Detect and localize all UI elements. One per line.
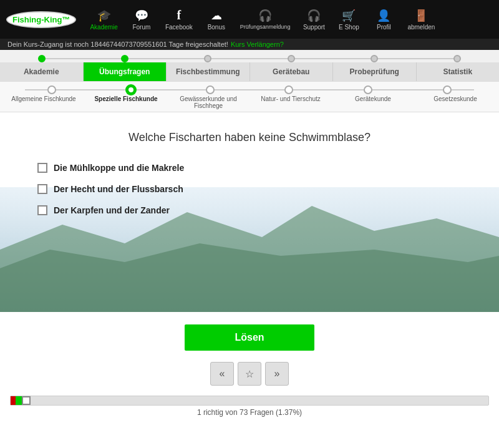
profil-icon: 👤 — [377, 9, 390, 22]
nav-item-facebook[interactable]: f Facebook — [160, 6, 198, 33]
navbar: Fishing-King™ 🎓 Akademie 💬 Forum f Faceb… — [0, 0, 499, 39]
progress-marker — [22, 396, 31, 405]
progress-bar — [10, 396, 489, 406]
nav-item-forum[interactable]: 💬 Forum — [125, 6, 158, 33]
answer-checkbox-3[interactable] — [37, 205, 47, 215]
tab-uebungsfragen[interactable]: Übungsfragen — [84, 62, 167, 81]
info-link[interactable]: Kurs Verlängern? — [231, 41, 284, 48]
progress-container: 1 richtig von 73 Fragen (1.37%) — [0, 391, 499, 422]
nav-item-support[interactable]: 🎧 Support — [298, 6, 330, 33]
progress-bar-red — [11, 396, 16, 405]
nav-item-pruefung[interactable]: 🎧 Prüfungsanmeldung — [235, 6, 296, 32]
forum-icon: 💬 — [135, 9, 148, 22]
abmelden-icon: 🚪 — [414, 9, 428, 22]
answer-label-3: Der Karpfen und der Zander — [54, 205, 170, 215]
prev-prev-button[interactable]: « — [210, 362, 234, 386]
step-dot-3 — [204, 55, 211, 62]
subtab-label-2[interactable]: Spezielle Fischkunde — [85, 95, 167, 102]
bookmark-icon: ☆ — [245, 368, 254, 380]
subtab-dots — [0, 85, 499, 94]
info-bar: Dein Kurs-Zugang ist noch 18446744073709… — [0, 39, 499, 50]
subtab-dots-line — [25, 89, 474, 90]
subtab-dot-3[interactable] — [206, 85, 215, 94]
svg-marker-2 — [0, 243, 499, 312]
step-dots-line — [40, 58, 459, 59]
tab-geraetebau[interactable]: Gerätebau — [250, 62, 334, 81]
answer-option-2[interactable]: Der Hecht und der Flussbarsch — [37, 184, 462, 194]
bonus-icon: ☁ — [211, 9, 222, 22]
losen-container: Lösen — [0, 312, 499, 357]
step-dot-2 — [121, 55, 128, 62]
nav-item-profil[interactable]: 👤 Profil — [367, 6, 400, 33]
question-area: Welche Fischarten haben keine Schwimmbla… — [0, 112, 499, 312]
question-text: Welche Fischarten haben keine Schwimmbla… — [37, 131, 462, 144]
subtab-label-5[interactable]: Gerätekunde — [332, 95, 414, 102]
step-dots — [0, 50, 499, 62]
next-next-icon: » — [274, 368, 280, 379]
tab-bar: Akademie Übungsfragen Fischbestimmung Ge… — [0, 62, 499, 82]
svg-marker-1 — [0, 206, 499, 312]
logo-text: Fishing-King™ — [12, 15, 70, 24]
nav-item-shop[interactable]: 🛒 E Shop — [332, 6, 365, 33]
tab-fischbestimmung[interactable]: Fischbestimmung — [167, 62, 250, 81]
losen-button[interactable]: Lösen — [185, 324, 314, 351]
subtab-dot-2[interactable] — [127, 85, 135, 94]
support-icon: 🎧 — [307, 9, 321, 22]
step-dot-1 — [38, 55, 46, 62]
progress-bar-green — [16, 396, 22, 405]
tab-statistik[interactable]: Statistik — [417, 62, 500, 81]
answer-label-1: Die Mühlkoppe und die Makrele — [54, 163, 184, 173]
subtab-label-4[interactable]: Natur- und Tierschutz — [250, 95, 332, 102]
subtab-label-6[interactable]: Gesetzeskunde — [414, 95, 497, 102]
subtab-dot-1[interactable] — [47, 85, 56, 94]
nav-arrows: « ☆ » — [0, 357, 499, 391]
bookmark-button[interactable]: ☆ — [238, 362, 261, 386]
answer-checkbox-2[interactable] — [37, 184, 47, 194]
subtab-dot-6[interactable] — [443, 85, 452, 94]
next-next-button[interactable]: » — [265, 362, 289, 386]
answer-checkbox-1[interactable] — [37, 163, 47, 173]
logo[interactable]: Fishing-King™ — [6, 11, 76, 28]
step-dot-5 — [371, 55, 378, 62]
nav-item-bonus[interactable]: ☁ Bonus — [200, 6, 233, 33]
tab-probepr[interactable]: Probeprüfung — [333, 62, 417, 81]
info-text: Dein Kurs-Zugang ist noch 18446744073709… — [7, 41, 228, 48]
answer-option-1[interactable]: Die Mühlkoppe und die Makrele — [37, 163, 462, 173]
answer-label-2: Der Hecht und der Flussbarsch — [54, 184, 183, 194]
pruefung-icon: 🎧 — [258, 9, 272, 22]
step-dot-4 — [288, 55, 295, 62]
akademie-icon: 🎓 — [97, 9, 111, 22]
subtab-dot-5[interactable] — [364, 85, 372, 94]
subtab-label-1[interactable]: Allgemeine Fischkunde — [2, 95, 85, 102]
subtab-label-3[interactable]: Gewässerkunde und Fischhege — [167, 95, 250, 109]
prev-prev-icon: « — [220, 368, 225, 379]
answer-option-3[interactable]: Der Karpfen und der Zander — [37, 205, 462, 215]
subtab-labels: Allgemeine Fischkunde Spezielle Fischkun… — [0, 95, 499, 109]
subtab-dot-4[interactable] — [284, 85, 293, 94]
nav-item-abmelden[interactable]: 🚪 abmelden — [402, 6, 440, 33]
step-dot-6 — [453, 55, 461, 62]
shop-icon: 🛒 — [342, 9, 356, 22]
nav-item-akademie[interactable]: 🎓 Akademie — [85, 6, 122, 33]
facebook-icon: f — [177, 8, 182, 22]
progress-label: 1 richtig von 73 Fragen (1.37%) — [10, 408, 489, 417]
main-content: Akademie Übungsfragen Fischbestimmung Ge… — [0, 50, 499, 448]
subtab-container: Allgemeine Fischkunde Spezielle Fischkun… — [0, 82, 499, 112]
tab-akademie[interactable]: Akademie — [0, 62, 84, 81]
